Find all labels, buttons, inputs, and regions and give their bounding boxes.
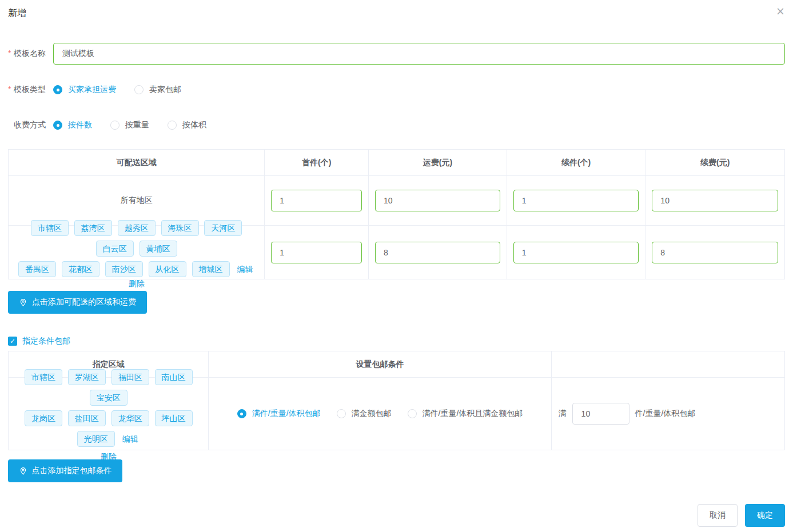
region-tag: 坪山区: [155, 410, 193, 426]
additional-count-input[interactable]: [513, 190, 639, 211]
confirm-button[interactable]: 确定: [745, 504, 785, 527]
close-icon[interactable]: ×: [776, 6, 785, 17]
checkbox-checked-icon[interactable]: ✓: [8, 337, 17, 346]
region-tag: 越秀区: [118, 220, 156, 236]
shipping-fee-table: 可配送区域 首件(个) 运费(元) 续件(个) 续费(元) 所有地区 市辖区 荔…: [8, 149, 785, 279]
first-fee-input[interactable]: [375, 190, 500, 211]
radio-selected-icon: [53, 121, 62, 130]
region-tag: 南山区: [155, 369, 193, 385]
required-mark: *: [8, 49, 14, 59]
region-tags-line2: 龙岗区 盐田区 龙华区 坪山区 光明区 编辑: [9, 408, 208, 449]
column-header-condition: 设置包邮条件: [209, 351, 551, 378]
delete-link[interactable]: 删除: [129, 279, 145, 288]
free-shipping-condition-table: 指定区域 设置包邮条件 市辖区 罗湖区 福田区 南山区 宝安区 龙岗区 盐田区 …: [8, 351, 785, 450]
delete-line: 删除: [9, 453, 208, 461]
additional-fee-input[interactable]: [652, 242, 778, 263]
radio-unselected-icon: [337, 409, 346, 418]
region-tag: 南沙区: [105, 261, 143, 277]
region-tag: 从化区: [149, 261, 186, 277]
radio-by-count[interactable]: 按件数: [53, 120, 92, 130]
cancel-button[interactable]: 取消: [698, 504, 738, 527]
delete-link[interactable]: 删除: [101, 452, 117, 461]
table-header-row: 可配送区域 首件(个) 运费(元) 续件(个) 续费(元): [9, 150, 784, 176]
region-tag: 宝安区: [90, 390, 127, 406]
radio-unselected-icon: [408, 409, 417, 418]
first-count-input[interactable]: [271, 242, 362, 263]
table-row-condition: 市辖区 罗湖区 福田区 南山区 宝安区 龙岗区 盐田区 龙华区 坪山区 光明区 …: [9, 378, 784, 450]
template-name-label: * 模板名称: [8, 49, 53, 59]
column-header-first-count: 首件(个): [265, 150, 369, 176]
radio-by-weight[interactable]: 按重量: [110, 120, 149, 130]
region-tag: 福田区: [111, 369, 149, 385]
radio-selected-icon: [53, 85, 62, 94]
page-title: 新增: [8, 8, 26, 18]
template-name-row: * 模板名称: [8, 43, 785, 65]
radio-count-and-amount[interactable]: 满件/重量/体积且满金额包邮: [408, 409, 523, 419]
region-tag: 市辖区: [31, 220, 69, 236]
region-tag: 光明区: [77, 431, 115, 447]
region-tag: 黄埔区: [140, 241, 177, 257]
region-tag: 白云区: [96, 241, 134, 257]
location-pin-icon: [19, 298, 27, 307]
region-tag: 罗湖区: [68, 369, 106, 385]
region-tags-line1: 市辖区 罗湖区 福田区 南山区 宝安区: [9, 367, 208, 408]
region-tag: 龙华区: [111, 410, 149, 426]
region-tag: 盐田区: [68, 410, 106, 426]
region-tags-line2: 番禺区 花都区 南沙区 从化区 增城区 编辑 删除: [9, 259, 264, 287]
region-tags: 市辖区 荔湾区 越秀区 海珠区 天河区 白云区 黄埔区 番禺区 花都区 南沙区 …: [9, 218, 264, 287]
charge-method-radio-group: 按件数 按重量 按体积: [53, 120, 225, 130]
radio-unselected-icon: [168, 121, 177, 130]
region-tag: 增城区: [192, 261, 230, 277]
radio-count-weight-volume[interactable]: 满件/重量/体积包邮: [237, 409, 321, 419]
region-tags: 市辖区 罗湖区 福田区 南山区 宝安区 龙岗区 盐田区 龙华区 坪山区 光明区 …: [9, 367, 208, 461]
region-tags-line1: 市辖区 荔湾区 越秀区 海珠区 天河区 白云区 黄埔区: [9, 218, 264, 259]
required-mark: *: [8, 85, 14, 95]
radio-selected-icon: [237, 409, 246, 418]
additional-fee-input[interactable]: [652, 190, 778, 211]
region-tag: 番禺区: [18, 261, 56, 277]
first-fee-input[interactable]: [375, 242, 500, 263]
template-type-row: * 模板类型 买家承担运费 卖家包邮: [8, 84, 785, 95]
column-header-area: 可配送区域: [9, 150, 265, 176]
radio-unselected-icon: [134, 85, 144, 94]
threshold-suffix: 件/重量/体积包邮: [635, 409, 696, 419]
dialog-footer: 取消 确定: [0, 504, 785, 527]
radio-buyer-pays[interactable]: 买家承担运费: [53, 85, 116, 95]
column-header-additional-fee: 续费(元): [645, 150, 784, 176]
radio-seller-free[interactable]: 卖家包邮: [134, 85, 181, 95]
region-tag: 荔湾区: [74, 220, 112, 236]
charge-method-row: 收费方式 按件数 按重量 按体积: [8, 119, 785, 131]
add-condition-button[interactable]: 点击添加指定包邮条件: [8, 459, 122, 482]
location-pin-icon: [19, 467, 27, 475]
template-name-input[interactable]: [53, 43, 785, 65]
threshold-prefix: 满: [559, 409, 567, 419]
column-header-first-fee: 运费(元): [369, 150, 507, 176]
radio-unselected-icon: [110, 121, 119, 130]
region-tag: 海珠区: [161, 220, 199, 236]
edit-link[interactable]: 编辑: [122, 434, 138, 443]
charge-method-label: 收费方式: [8, 120, 53, 130]
first-count-input[interactable]: [271, 190, 362, 211]
conditional-free-shipping-row: ✓ 指定条件包邮: [8, 336, 785, 346]
table-row-custom-regions: 市辖区 荔湾区 越秀区 海珠区 天河区 白云区 黄埔区 番禺区 花都区 南沙区 …: [9, 226, 784, 279]
column-header-additional-count: 续件(个): [507, 150, 646, 176]
edit-link[interactable]: 编辑: [237, 265, 253, 274]
region-tag: 花都区: [62, 261, 99, 277]
condition-radio-group: 满件/重量/体积包邮 满金额包邮 满件/重量/体积且满金额包邮: [237, 409, 523, 419]
region-tag: 龙岗区: [25, 410, 62, 426]
region-tag: 天河区: [204, 220, 242, 236]
region-tag: 市辖区: [25, 369, 62, 385]
add-area-button[interactable]: 点击添加可配送的区域和运费: [8, 291, 147, 314]
radio-amount[interactable]: 满金额包邮: [337, 409, 392, 419]
threshold-input[interactable]: [572, 403, 629, 425]
dialog-header: 新增 ×: [0, 0, 793, 19]
template-type-label: * 模板类型: [8, 85, 53, 95]
additional-count-input[interactable]: [513, 242, 639, 263]
conditional-free-shipping-label[interactable]: 指定条件包邮: [22, 336, 70, 346]
template-type-radio-group: 买家承担运费 卖家包邮: [53, 85, 200, 95]
radio-by-volume[interactable]: 按体积: [168, 120, 206, 130]
column-header-empty: [552, 351, 784, 378]
